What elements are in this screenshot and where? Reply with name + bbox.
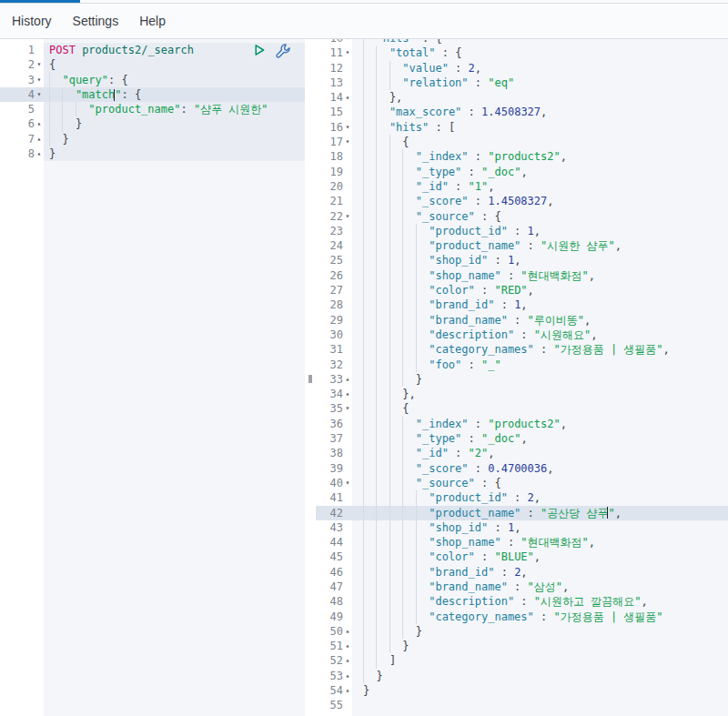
fold-close-icon[interactable]: ▴: [35, 116, 44, 131]
code-line[interactable]: 11▾"total" : {: [316, 45, 728, 60]
code-line[interactable]: 45"color" : "BLUE",: [316, 550, 728, 564]
code-line[interactable]: 12"value" : 2,: [316, 61, 728, 76]
code-line[interactable]: 55: [316, 698, 728, 712]
fold-close-icon[interactable]: ▴: [35, 132, 44, 146]
code-line[interactable]: 42"product_name" : "공산당 샴푸",: [316, 506, 728, 520]
response-viewer[interactable]: 10▾"hits" : {11▾"total" : {12"value" : 2…: [316, 39, 728, 716]
code-line[interactable]: 31"category_names" : "가정용품 | 생필품",: [316, 342, 728, 357]
code-line[interactable]: 4▾"match": {: [0, 87, 305, 102]
token-t: "shop_id": [429, 520, 488, 535]
code-line[interactable]: 40▾"_source" : {: [316, 476, 728, 490]
code-line[interactable]: 14▴},: [316, 90, 728, 105]
code-line[interactable]: 47"brand_name" : "삼성",: [316, 580, 728, 594]
fold-close-icon[interactable]: ▴: [343, 683, 352, 698]
code-line[interactable]: 30"description" : "시원해요",: [316, 328, 728, 342]
token-t: "color": [429, 550, 475, 564]
code-line[interactable]: 21"_score" : 1.4508327,: [316, 194, 728, 208]
code-line[interactable]: 35▾{: [316, 401, 728, 416]
token-t: "hits": [376, 39, 415, 45]
code-line[interactable]: 3▾"query": {: [0, 73, 305, 87]
code-line[interactable]: 2▾{: [0, 57, 305, 72]
code-line[interactable]: 20"_id" : "1",: [316, 179, 728, 194]
fold-open-icon[interactable]: ▾: [35, 57, 44, 72]
code-line[interactable]: 43"shop_id" : 1,: [316, 520, 728, 535]
send-request-button[interactable]: [252, 43, 267, 57]
code-line[interactable]: 17▾{: [316, 135, 728, 149]
fold-close-icon[interactable]: ▴: [343, 624, 352, 639]
fold-open-icon[interactable]: ▾: [35, 87, 44, 102]
code-line[interactable]: 38"_id" : "2",: [316, 446, 728, 460]
code-line[interactable]: 16▾"hits" : [: [316, 120, 728, 135]
code-line[interactable]: 36"_index" : "products2",: [316, 417, 728, 431]
fold-close-icon[interactable]: ▴: [343, 372, 352, 387]
request-editor[interactable]: 1POST products2/_search2▾{3▾"query": {4▾…: [0, 39, 305, 716]
code-line[interactable]: 39"_score" : 0.4700036,: [316, 461, 728, 476]
token-p: :: [475, 283, 495, 297]
code-line[interactable]: 49"category_names" : "가정용품 | 생필품": [316, 610, 728, 624]
token-p: ,: [589, 268, 595, 283]
panel-divider: ‖: [305, 39, 316, 716]
code-line[interactable]: 5"product_name": "샴푸 시원한": [0, 102, 305, 116]
code-line[interactable]: 10▾"hits" : {: [316, 39, 728, 45]
fold-open-icon[interactable]: ▾: [343, 209, 352, 224]
code-line[interactable]: 7▴}: [0, 132, 305, 146]
fold-open-icon[interactable]: ▾: [343, 401, 352, 416]
line-number: 43: [316, 520, 343, 535]
code-line[interactable]: 32"foo" : "_": [316, 358, 728, 372]
fold-open-icon[interactable]: ▾: [35, 73, 44, 87]
code-line[interactable]: 37"_type" : "_doc",: [316, 431, 728, 446]
menu-item-help[interactable]: Help: [139, 14, 166, 28]
fold-close-icon[interactable]: ▴: [343, 387, 352, 401]
fold-open-icon[interactable]: ▾: [343, 120, 352, 135]
menu-item-history[interactable]: History: [12, 14, 52, 28]
code-line[interactable]: 54▴}: [316, 683, 728, 698]
fold-close-icon[interactable]: ▴: [343, 90, 352, 105]
code-line[interactable]: 44"shop_name" : "현대백화점",: [316, 535, 728, 550]
indent-guide: [376, 283, 389, 297]
code-line[interactable]: 18"_index" : "products2",: [316, 149, 728, 164]
code-line[interactable]: 8▴}: [0, 146, 305, 161]
code-line[interactable]: 22▾"_source" : {: [316, 209, 728, 224]
code-line[interactable]: 23"product_id" : 1,: [316, 224, 728, 238]
code-line[interactable]: 27"color" : "RED",: [316, 283, 728, 297]
indent-guide: [402, 476, 415, 490]
menu-item-settings[interactable]: Settings: [73, 14, 119, 28]
code-line[interactable]: 24"product_name" : "시원한 샴푸",: [316, 238, 728, 253]
token-p: ,: [547, 194, 553, 208]
code-line[interactable]: 19"_type" : "_doc",: [316, 165, 728, 179]
line-gutter: 49: [316, 610, 352, 624]
code-line[interactable]: 46"brand_id" : 2,: [316, 565, 728, 580]
code-line[interactable]: 29"brand_name" : "루이비똥",: [316, 313, 728, 328]
token-n: 1.4508327: [481, 105, 541, 119]
line-gutter: 8▴: [0, 146, 44, 161]
fold-close-icon[interactable]: ▴: [343, 669, 352, 683]
panel-resize-handle[interactable]: ‖: [305, 372, 316, 387]
code-line[interactable]: 25"shop_id" : 1,: [316, 253, 728, 267]
code-line[interactable]: 34▴},: [316, 387, 728, 401]
token-t: "color": [429, 283, 475, 297]
indent-guide: [363, 283, 376, 297]
code-line[interactable]: 50▴}: [316, 624, 728, 639]
code-line[interactable]: 13"relation" : "eq": [316, 76, 728, 90]
fold-close-icon[interactable]: ▴: [35, 146, 44, 161]
code-line[interactable]: 52▴]: [316, 653, 728, 668]
fold-open-icon[interactable]: ▾: [343, 45, 352, 60]
code-line[interactable]: 15"max_score" : 1.4508327,: [316, 105, 728, 119]
code-line[interactable]: 53▴}: [316, 669, 728, 683]
line-number: 11: [316, 45, 343, 60]
fold-close-icon[interactable]: ▴: [343, 653, 352, 668]
code-line[interactable]: 41"product_id" : 2,: [316, 490, 728, 505]
code-text: "shop_name" : "현대백화점",: [352, 268, 728, 283]
fold-open-icon[interactable]: ▾: [343, 135, 352, 149]
wrench-icon[interactable]: [275, 43, 290, 58]
code-line[interactable]: 51▴}: [316, 639, 728, 653]
fold-open-icon[interactable]: ▾: [343, 39, 352, 45]
code-line[interactable]: 28"brand_id" : 1,: [316, 297, 728, 312]
code-line[interactable]: 6▴}: [0, 116, 305, 131]
fold-open-icon[interactable]: ▾: [343, 476, 352, 490]
line-number: 35: [316, 401, 343, 416]
code-line[interactable]: 26"shop_name" : "현대백화점",: [316, 268, 728, 283]
code-line[interactable]: 48"description" : "시원하고 깔끔해요",: [316, 594, 728, 609]
code-line[interactable]: 33▴}: [316, 372, 728, 387]
fold-close-icon[interactable]: ▴: [343, 639, 352, 653]
